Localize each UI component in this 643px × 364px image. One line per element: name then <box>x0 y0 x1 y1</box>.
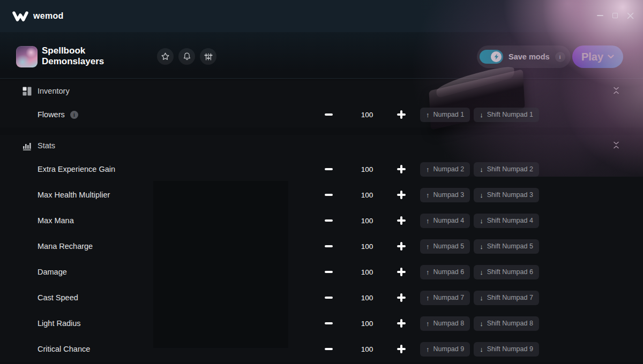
hotkey-decrease-badge[interactable]: ↓ Shift Numpad 1 <box>474 108 539 122</box>
row-label: Extra Experience Gain <box>38 165 115 173</box>
row-value[interactable]: 100 <box>343 310 391 336</box>
close-icon <box>627 12 634 19</box>
hotkey-increase-badge[interactable]: ↑ Numpad 3 <box>420 188 470 202</box>
titlebar[interactable]: wemod <box>0 0 643 32</box>
save-mods-control: Save mods i <box>477 46 571 68</box>
minus-icon <box>325 113 333 116</box>
section-header[interactable]: Stats <box>0 135 643 156</box>
row-label: Mana Recharge <box>38 242 93 251</box>
decrease-button[interactable] <box>320 106 337 123</box>
down-arrow-icon: ↓ <box>480 320 483 328</box>
notifications-button[interactable] <box>178 48 195 65</box>
up-arrow-icon: ↑ <box>426 111 430 119</box>
increase-button[interactable] <box>393 238 410 255</box>
hotkey-decrease-badge[interactable]: ↓ Shift Numpad 2 <box>474 162 539 177</box>
hotkey-down-label: Shift Numpad 6 <box>487 268 533 276</box>
down-arrow-icon: ↓ <box>480 165 483 173</box>
decrease-button[interactable] <box>320 161 337 178</box>
hotkeys: ↑ Numpad 4 ↓ Shift Numpad 4 <box>420 214 539 228</box>
decrease-button[interactable] <box>320 263 337 280</box>
row-label-wrap: Cast Speed <box>38 285 78 310</box>
hotkey-up-label: Numpad 8 <box>433 320 465 327</box>
hotkeys: ↑ Numpad 7 ↓ Shift Numpad 7 <box>420 291 539 305</box>
row-label-wrap: Critical Chance <box>38 336 90 362</box>
close-button[interactable] <box>626 11 634 20</box>
hotkey-increase-badge[interactable]: ↑ Numpad 4 <box>420 214 470 228</box>
decrease-button[interactable] <box>320 315 337 332</box>
row-value[interactable]: 100 <box>343 182 391 208</box>
increase-button[interactable] <box>393 289 410 306</box>
row-value[interactable]: 100 <box>343 233 391 259</box>
plus-icon <box>397 345 406 353</box>
decrease-button[interactable] <box>320 186 337 203</box>
up-arrow-icon: ↑ <box>426 345 430 353</box>
down-arrow-icon: ↓ <box>480 268 483 276</box>
mod-row: Max Mana 100 ↑ Numpad 4 ↓ Shift Numpad 4 <box>0 208 643 233</box>
increase-button[interactable] <box>393 186 410 203</box>
play-button[interactable]: Play <box>572 46 623 68</box>
increase-button[interactable] <box>393 212 410 229</box>
hotkey-increase-badge[interactable]: ↑ Numpad 9 <box>420 342 470 357</box>
hotkey-up-label: Numpad 1 <box>433 111 465 118</box>
row-value[interactable]: 100 <box>343 336 391 362</box>
row-value[interactable]: 100 <box>343 259 391 285</box>
hotkey-up-label: Numpad 6 <box>433 268 465 276</box>
row-value[interactable]: 100 <box>343 208 391 233</box>
plus-icon <box>397 110 406 119</box>
row-label: Flowers <box>38 110 65 119</box>
hotkey-decrease-badge[interactable]: ↓ Shift Numpad 5 <box>474 239 539 254</box>
hotkey-decrease-badge[interactable]: ↓ Shift Numpad 6 <box>474 265 539 279</box>
decrease-button[interactable] <box>320 212 337 229</box>
row-label-wrap: Damage <box>38 259 67 285</box>
hotkey-settings-button[interactable] <box>200 48 216 65</box>
hotkey-increase-badge[interactable]: ↑ Numpad 8 <box>420 316 470 331</box>
favorite-button[interactable] <box>157 48 174 65</box>
hotkeys: ↑ Numpad 3 ↓ Shift Numpad 3 <box>420 188 539 202</box>
plus-icon <box>397 191 406 199</box>
hotkey-increase-badge[interactable]: ↑ Numpad 5 <box>420 239 470 254</box>
collapse-section-button[interactable] <box>611 140 621 151</box>
mod-row: Critical Chance 100 ↑ Numpad 9 ↓ Shift N… <box>0 336 643 362</box>
row-value[interactable]: 100 <box>343 156 391 182</box>
up-arrow-icon: ↑ <box>426 165 430 173</box>
increase-button[interactable] <box>393 340 410 358</box>
minimize-button[interactable] <box>596 11 604 20</box>
minus-icon <box>325 348 333 350</box>
hotkey-increase-badge[interactable]: ↑ Numpad 2 <box>420 162 470 177</box>
hotkey-decrease-badge[interactable]: ↓ Shift Numpad 7 <box>474 291 539 305</box>
section-header[interactable]: Inventory <box>0 80 643 102</box>
game-thumbnail <box>16 46 38 67</box>
minus-icon <box>325 322 333 324</box>
row-value[interactable]: 100 <box>343 102 391 127</box>
hotkey-decrease-badge[interactable]: ↓ Shift Numpad 4 <box>474 214 539 228</box>
increase-button[interactable] <box>393 106 410 123</box>
save-mods-toggle[interactable] <box>480 50 503 64</box>
plus-icon <box>397 216 406 225</box>
maximize-button[interactable] <box>611 11 619 20</box>
hotkey-decrease-badge[interactable]: ↓ Shift Numpad 3 <box>474 188 539 202</box>
toggle-knob <box>491 51 502 62</box>
hotkeys: ↑ Numpad 9 ↓ Shift Numpad 9 <box>420 342 539 357</box>
hotkey-down-label: Shift Numpad 9 <box>487 345 533 353</box>
increase-button[interactable] <box>393 263 410 280</box>
decrease-button[interactable] <box>320 238 337 255</box>
increase-button[interactable] <box>393 315 410 332</box>
hotkey-increase-badge[interactable]: ↑ Numpad 1 <box>420 108 470 122</box>
decrease-button[interactable] <box>320 340 337 358</box>
row-label: Light Radius <box>38 319 81 328</box>
mod-row: Extra Experience Gain 100 ↑ Numpad 2 ↓ S… <box>0 156 643 182</box>
hotkey-increase-badge[interactable]: ↑ Numpad 6 <box>420 265 470 279</box>
plus-icon <box>397 165 406 173</box>
row-label: Damage <box>38 268 67 276</box>
increase-button[interactable] <box>393 161 410 178</box>
collapse-section-button[interactable] <box>611 86 621 96</box>
info-icon[interactable]: i <box>70 111 78 119</box>
decrease-button[interactable] <box>320 289 337 306</box>
bell-icon <box>183 52 191 61</box>
row-label: Max Mana <box>38 216 74 225</box>
hotkey-decrease-badge[interactable]: ↓ Shift Numpad 9 <box>474 342 539 357</box>
hotkey-decrease-badge[interactable]: ↓ Shift Numpad 8 <box>474 316 539 331</box>
hotkey-increase-badge[interactable]: ↑ Numpad 7 <box>420 291 470 305</box>
save-mods-info-icon[interactable]: i <box>555 52 565 62</box>
row-value[interactable]: 100 <box>343 285 391 310</box>
